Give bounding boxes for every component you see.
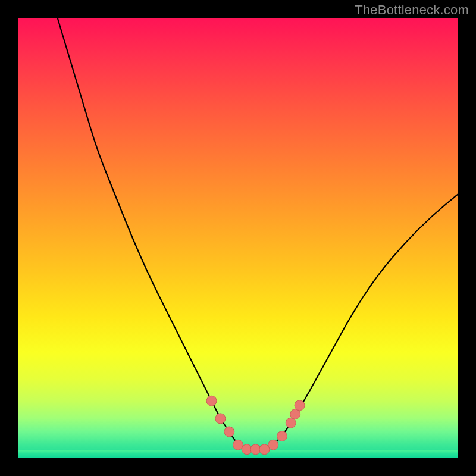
curve-marker bbox=[206, 396, 217, 406]
chart-svg bbox=[18, 18, 458, 458]
watermark-text: TheBottleneck.com bbox=[355, 2, 469, 18]
curve-marker bbox=[224, 427, 234, 437]
marker-group bbox=[206, 396, 305, 454]
curve-marker bbox=[277, 431, 287, 441]
chart-frame: TheBottleneck.com bbox=[0, 0, 476, 476]
bottleneck-curve bbox=[58, 18, 458, 449]
curve-marker bbox=[295, 400, 305, 411]
curve-marker bbox=[215, 414, 226, 424]
curve-marker bbox=[268, 440, 278, 450]
